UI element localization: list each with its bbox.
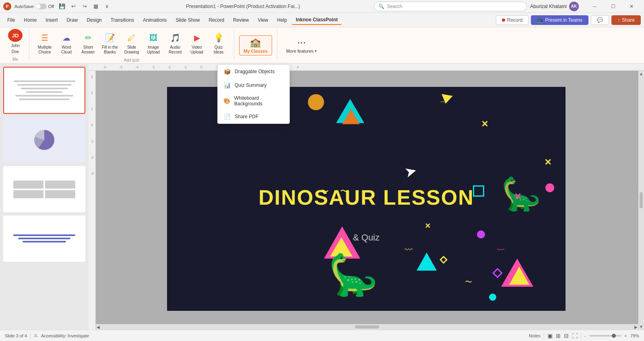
scroll-down-arrow[interactable]: ▼ bbox=[639, 325, 643, 329]
more-features-button[interactable]: ⋯ More features ▾ bbox=[282, 36, 321, 55]
menu-review[interactable]: Review bbox=[229, 16, 253, 25]
deco-x-bottom-mid: ✕ bbox=[425, 222, 431, 230]
titlebar: P AutoSave Off 💾 ↩ ↪ ▦ ∨ Presentation1 -… bbox=[0, 0, 644, 13]
draggable-objects-label: Draggable Objects bbox=[235, 69, 275, 74]
ribbon-short-answer[interactable]: ✏ ShortAnswer bbox=[78, 30, 99, 56]
comments-button[interactable]: 💬 bbox=[591, 15, 609, 25]
scroll-h-thumb[interactable] bbox=[355, 325, 379, 329]
save-button[interactable]: 💾 bbox=[57, 2, 67, 11]
share-pdf-icon: 📄 bbox=[223, 113, 231, 120]
accessibility-text[interactable]: Accessibility: Investigate bbox=[41, 333, 89, 338]
dropdown-whiteboard-backgrounds[interactable]: 🎨 Whiteboard Backgrounds bbox=[218, 92, 289, 110]
dropdown-share-pdf[interactable]: 📄 Share PDF bbox=[218, 110, 289, 123]
restore-button[interactable]: ☐ bbox=[604, 0, 622, 13]
ribbon-sep-2 bbox=[234, 30, 234, 61]
zoom-plus[interactable]: + bbox=[625, 333, 627, 338]
ribbon-slide-drawing[interactable]: 🖊 SlideDrawing bbox=[121, 30, 142, 56]
present-teams-button[interactable]: 📺 Present in Teams bbox=[531, 15, 588, 25]
view-normal-icon[interactable]: ▣ bbox=[547, 333, 553, 339]
zoom-minus[interactable]: - bbox=[584, 333, 586, 338]
customize-button[interactable]: ∨ bbox=[102, 2, 112, 11]
menu-record[interactable]: Record bbox=[204, 16, 228, 25]
ribbon-user-avatar[interactable]: JD bbox=[8, 29, 23, 42]
slide-thumb-1[interactable] bbox=[3, 67, 85, 114]
search-placeholder: Search bbox=[387, 4, 402, 9]
deco-triangle-orange bbox=[342, 109, 360, 124]
minimize-button[interactable]: ─ bbox=[585, 0, 604, 13]
menu-inknoe[interactable]: Inknoe ClassPoint bbox=[292, 15, 342, 25]
close-button[interactable]: ✕ bbox=[622, 0, 641, 13]
scroll-right-arrow[interactable]: ▶ bbox=[634, 325, 638, 329]
ribbon-image-upload[interactable]: 🖼 ImageUpload bbox=[143, 30, 164, 56]
audio-record-icon: 🎵 bbox=[169, 31, 182, 44]
quiz-ideas-icon: 💡 bbox=[212, 31, 225, 44]
slide-info: Slide 3 of 4 bbox=[5, 333, 27, 338]
my-classes-icon: 🏫 bbox=[250, 37, 261, 48]
share-button[interactable]: ↑ Share bbox=[611, 15, 641, 25]
zoom-level[interactable]: 79% bbox=[630, 333, 639, 338]
window-buttons: ─ ☐ ✕ bbox=[585, 0, 641, 13]
menu-design[interactable]: Design bbox=[83, 16, 105, 25]
menu-home[interactable]: Home bbox=[20, 16, 41, 25]
view-outline-icon[interactable]: ⊞ bbox=[556, 333, 561, 339]
dropdown-quiz-summary[interactable]: 📊 Quiz Summary bbox=[218, 78, 289, 92]
slide-thumb-3[interactable] bbox=[3, 166, 85, 212]
status-sep-1 bbox=[30, 333, 31, 339]
present-options-button[interactable]: ▦ bbox=[91, 2, 101, 11]
menu-help[interactable]: Help bbox=[273, 16, 291, 25]
slide-thumb-2[interactable] bbox=[3, 117, 85, 163]
scroll-thumb[interactable] bbox=[640, 192, 643, 208]
undo-button[interactable]: ↩ bbox=[68, 2, 78, 11]
menu-transitions[interactable]: Transitions bbox=[107, 16, 138, 25]
deco-zigzag-1: 〰 bbox=[441, 99, 446, 105]
user-avatar[interactable]: AK bbox=[569, 2, 579, 11]
autosave-toggle[interactable] bbox=[35, 4, 47, 9]
audio-record-label: AudioRecord bbox=[169, 45, 182, 55]
more-features-icon: ⋯ bbox=[297, 37, 306, 48]
present-icon: 📺 bbox=[537, 17, 543, 23]
record-button[interactable]: Record bbox=[496, 15, 529, 25]
vertical-scrollbar[interactable]: ▲ ▼ bbox=[638, 71, 644, 330]
menu-view[interactable]: View bbox=[254, 16, 272, 25]
view-slideshow-icon[interactable]: ⛶ bbox=[572, 333, 578, 339]
word-cloud-label: WordCloud bbox=[61, 45, 72, 55]
menu-animations[interactable]: Animations bbox=[139, 16, 171, 25]
my-classes-button[interactable]: 🏫 My Classes bbox=[239, 35, 272, 55]
ribbon-user-label: Me bbox=[12, 55, 18, 62]
user-area: Aburizal Khatami AK bbox=[530, 2, 579, 11]
fill-blanks-icon: 📝 bbox=[103, 31, 116, 44]
deco-squiggle-pink: 〰 bbox=[497, 246, 504, 255]
ribbon-word-cloud[interactable]: ☁ WordCloud bbox=[56, 30, 77, 56]
ribbon-quiz-ideas[interactable]: 💡 QuizIdeas bbox=[208, 30, 229, 56]
menu-draw[interactable]: Draw bbox=[62, 16, 82, 25]
dropdown-draggable-objects[interactable]: 📦 Draggable Objects bbox=[218, 65, 289, 78]
ruler-mark: -1 bbox=[177, 65, 193, 69]
menu-insert[interactable]: Insert bbox=[41, 16, 62, 25]
search-box[interactable]: 🔍 Search bbox=[374, 2, 527, 11]
more-features-label: More features ▾ bbox=[286, 49, 317, 53]
slide-panel bbox=[0, 64, 89, 330]
ribbon-multiple-choice[interactable]: ☰ MultipleChoice bbox=[34, 30, 55, 56]
ruler-mark: -3 bbox=[145, 65, 161, 69]
video-upload-icon: ▶ bbox=[190, 31, 203, 44]
view-reading-icon[interactable]: ⊟ bbox=[564, 333, 569, 339]
statusbar: Slide 3 of 4 ⚠ Accessibility: Investigat… bbox=[0, 330, 644, 341]
ruler-mark: -6 bbox=[97, 65, 113, 69]
ribbon-video-upload[interactable]: ▶ VideoUpload bbox=[186, 30, 207, 56]
notes-button[interactable]: Notes bbox=[529, 333, 541, 338]
word-cloud-icon: ☁ bbox=[60, 31, 73, 44]
ribbon-audio-record[interactable]: 🎵 AudioRecord bbox=[165, 30, 186, 56]
image-upload-icon: 🖼 bbox=[147, 31, 160, 44]
ribbon-fill-blanks[interactable]: 📝 Fill in theBlanks bbox=[99, 30, 120, 56]
redo-button[interactable]: ↪ bbox=[80, 2, 89, 11]
horizontal-scrollbar[interactable]: ◀ ▶ bbox=[96, 324, 638, 330]
ribbon-sep-1 bbox=[29, 30, 29, 61]
scroll-up-arrow[interactable]: ▲ bbox=[639, 72, 643, 76]
deco-dot-purple bbox=[477, 230, 485, 238]
ruler-mark: 6 bbox=[290, 65, 306, 69]
zoom-slider[interactable] bbox=[589, 335, 621, 337]
menu-slideshow[interactable]: Slide Show bbox=[171, 16, 204, 25]
slide-thumb-4[interactable] bbox=[3, 216, 85, 262]
scroll-left-arrow[interactable]: ◀ bbox=[97, 325, 100, 329]
menu-file[interactable]: File bbox=[3, 16, 19, 25]
